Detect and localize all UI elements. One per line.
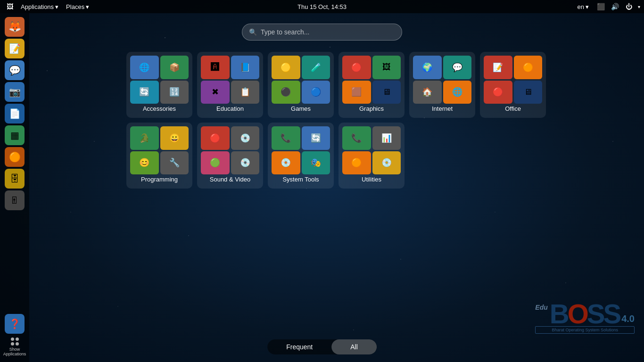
internet-icon-3: 🏠 [413,81,442,104]
programming-icon-3: 😊 [130,151,159,175]
panel-left: 🖼 Applications ▾ Places ▾ [4,2,92,11]
panel-right: en ▾ ⬛ 🔊 ⏻ ▾ [575,1,640,12]
games-icon-1: 🟡 [272,56,300,79]
search-input[interactable] [261,28,395,36]
search-icon: 🔍 [249,28,257,36]
education-icon-2: 📘 [231,56,260,79]
sidebar-item-help[interactable]: ❓ [5,314,25,334]
places-label: Places [66,3,84,10]
tab-frequent[interactable]: Frequent [267,339,331,354]
accessories-icon-2: 📦 [160,56,189,79]
boss-logo: Edu BOSS 4.0 Bharat Operating System Sol… [535,302,635,334]
power-icon[interactable]: ⏻ [624,1,634,12]
category-system-tools[interactable]: 📞 🔄 💿 🎭 System Tools [268,123,334,189]
graphics-icon-1: 🔴 [342,56,371,79]
category-sound-video[interactable]: 🔴 💿 🟢 💿 Sound & Video [197,123,263,189]
sound-video-icon-3: 🟢 [201,151,230,175]
sidebar-item-firefox[interactable]: 🦊 [5,17,25,37]
education-icon-3: ✖ [201,81,230,104]
language-selector[interactable]: en ▾ [575,2,592,11]
accessories-icon-4: 🔢 [160,81,189,104]
display-icon[interactable]: ⬛ [595,1,606,12]
internet-icon-1: 🌍 [413,56,442,79]
dot-4 [16,342,19,346]
utilities-icon-4: 💿 [372,151,401,175]
app-categories-grid: 🌐 📦 🔄 🔢 Accessories 🅰 📘 ✖ 📋 Education 🟡 … [38,52,635,189]
system-tools-icon-1: 📞 [272,126,300,150]
sound-video-label: Sound & Video [210,176,251,183]
category-games[interactable]: 🟡 🧪 ⚫ 🔵 Games [268,52,334,118]
sidebar-item-screenshot[interactable]: 📷 [5,82,25,102]
education-label: Education [216,105,244,112]
education-icon-1: 🅰 [201,56,230,79]
graphics-label: Graphics [359,105,384,112]
games-icon-3: ⚫ [272,81,300,104]
tab-all[interactable]: All [331,339,377,354]
sidebar-item-chat[interactable]: 💬 [5,60,25,80]
boss-main-text: BOSS [550,302,619,326]
places-arrow: ▾ [86,3,89,10]
sidebar-item-files[interactable]: 🗄 [5,169,25,189]
show-applications-label: Show Applications [2,347,27,356]
sound-video-icon-2: 💿 [231,126,260,150]
volume-icon[interactable]: 🔊 [610,1,620,12]
category-utilities[interactable]: 📞 📊 🟠 💿 Utilities [339,123,405,189]
sidebar-item-notes[interactable]: 📝 [5,39,25,58]
system-tools-icon-4: 🎭 [302,151,330,175]
system-tools-label: System Tools [282,176,319,183]
show-apps-dots-grid [11,337,19,346]
utilities-icon-1: 📞 [342,126,371,150]
sound-video-icon-1: 🔴 [201,126,230,150]
office-icon-2: 🟠 [514,56,543,79]
games-label: Games [291,105,311,112]
internet-icon-4: 🌐 [443,81,472,104]
programming-icon-4: 🔧 [160,151,189,175]
graphics-icon-2: 🖼 [372,56,401,79]
search-bar: 🔍 [242,24,402,41]
search-container: 🔍 [242,24,402,41]
graphics-icon-4: 🖥 [372,81,401,104]
category-accessories[interactable]: 🌐 📦 🔄 🔢 Accessories [126,52,192,118]
sidebar-item-orange-app[interactable]: 🟠 [5,147,25,167]
office-icon-3: 🔴 [484,81,512,104]
bottom-tabs: Frequent All [267,339,377,354]
show-applications-button[interactable]: Show Applications [0,336,29,358]
games-icon-4: 🔵 [302,81,330,104]
category-education[interactable]: 🅰 📘 ✖ 📋 Education [197,52,263,118]
category-office[interactable]: 📝 🟠 🔴 🖥 Office [480,52,546,118]
places-menu[interactable]: Places ▾ [63,2,92,11]
accessories-label: Accessories [143,105,176,112]
utilities-icon-3: 🟠 [342,151,371,175]
accessories-icon-3: 🔄 [130,81,159,104]
sidebar-item-file[interactable]: 📄 [5,104,25,123]
category-internet[interactable]: 🌍 💬 🏠 🌐 Internet [409,52,475,118]
programming-icon-1: 🐊 [130,126,159,150]
games-icon-2: 🧪 [302,56,330,79]
dot-1 [11,337,14,341]
internet-label: Internet [432,105,453,112]
category-graphics[interactable]: 🔴 🖼 🟫 🖥 Graphics [339,52,405,118]
applications-arrow: ▾ [55,3,58,10]
applications-menu[interactable]: Applications ▾ [18,2,61,11]
dot-2 [16,337,19,341]
office-icon-1: 📝 [484,56,512,79]
boss-version: 4.0 [621,313,635,324]
utilities-icon-2: 📊 [372,126,401,150]
dot-3 [11,342,14,346]
sidebar-item-green-app[interactable]: ▦ [5,125,25,145]
sidebar-item-mixer[interactable]: 🎚 [5,190,25,210]
system-tools-icon-2: 🔄 [302,126,330,150]
system-tools-icon-3: 💿 [272,151,300,175]
screenshot-panel-icon[interactable]: 🖼 [4,2,16,11]
datetime-display: Thu 15 Oct, 14:53 [297,3,347,10]
sidebar: 🦊 📝 💬 📷 📄 ▦ 🟠 🗄 🎚 ❓ Show Applications [0,13,29,362]
top-panel: 🖼 Applications ▾ Places ▾ Thu 15 Oct, 14… [0,0,644,13]
category-programming[interactable]: 🐊 😀 😊 🔧 Programming [126,123,192,189]
programming-label: Programming [141,176,178,183]
office-icon-4: 🖥 [514,81,543,104]
programming-icon-2: 😀 [160,126,189,150]
applications-label: Applications [21,3,54,10]
sound-video-icon-4: 💿 [231,151,260,175]
utilities-label: Utilities [362,176,381,183]
graphics-icon-3: 🟫 [342,81,371,104]
